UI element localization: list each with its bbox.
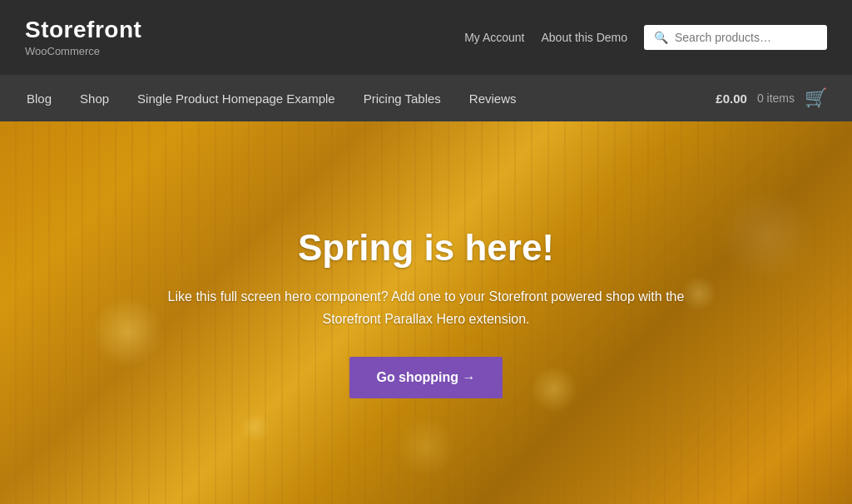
go-shopping-button[interactable]: Go shopping → [349,357,502,398]
nav-shop[interactable]: Shop [78,75,111,121]
brand-sub: WooCommerce [25,45,141,57]
nav-single-product[interactable]: Single Product Homepage Example [136,75,337,121]
nav-blog[interactable]: Blog [25,75,53,121]
cart-price: £0.00 [716,91,747,106]
hero-title: Spring is here! [160,227,692,269]
brand-name[interactable]: Storefront [25,17,141,43]
hero-section: Spring is here! Like this full screen he… [0,121,852,504]
nav-pricing-tables[interactable]: Pricing Tables [362,75,443,121]
cart-icon[interactable]: 🛒 [805,87,827,109]
nav-reviews[interactable]: Reviews [468,75,518,121]
brand-area: Storefront WooCommerce [25,17,141,57]
hero-content: Spring is here! Like this full screen he… [143,227,709,398]
hero-subtitle: Like this full screen hero component? Ad… [160,285,692,330]
header-top: Storefront WooCommerce My Account About … [0,0,852,75]
search-icon: 🔍 [654,31,668,44]
header-right: My Account About this Demo 🔍 [464,25,827,50]
nav-my-account[interactable]: My Account [464,31,524,44]
nav-bar: Blog Shop Single Product Homepage Exampl… [0,75,852,121]
search-input[interactable] [675,31,817,44]
cart-count: 0 items [757,91,795,105]
nav-links: Blog Shop Single Product Homepage Exampl… [25,75,518,121]
nav-about-demo[interactable]: About this Demo [542,31,628,44]
header-nav: My Account About this Demo [464,31,627,44]
search-box[interactable]: 🔍 [644,25,827,50]
cart-area[interactable]: £0.00 0 items 🛒 [716,87,827,109]
